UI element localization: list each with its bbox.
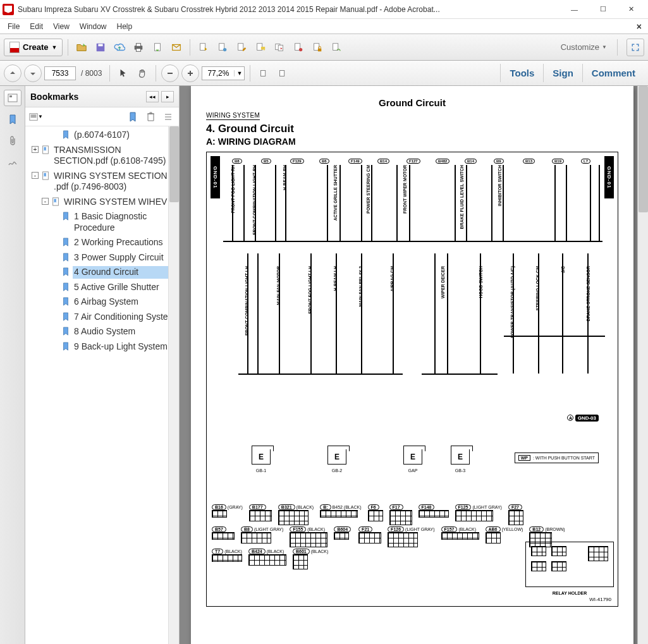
connector-ref: B13: [523, 159, 535, 164]
minimize-button[interactable]: —: [560, 1, 589, 18]
device-label: J/C: [561, 266, 565, 273]
bookmark-label: 8 Audio System: [73, 325, 178, 338]
hand-tool-icon[interactable]: [134, 65, 150, 82]
toolbar-separator: [156, 65, 156, 82]
zoom-in-icon[interactable]: [181, 64, 199, 82]
device-label: MAIN FAN RELAY 2: [358, 266, 363, 307]
collapse-left-icon[interactable]: ◂◂: [146, 91, 159, 102]
bookmark-label: TRANSMISSION SECTION.pdf (p.6108-7495): [52, 144, 178, 167]
toolbar-separator: [190, 39, 190, 56]
zoom-level-input[interactable]: [202, 69, 234, 78]
rotate-ccw-icon[interactable]: [255, 65, 272, 82]
add-comment-icon[interactable]: [252, 39, 269, 56]
create-pdf-button[interactable]: Create ▼: [4, 39, 63, 56]
prev-page-arrow-icon[interactable]: [4, 64, 21, 82]
attachments-rail-icon[interactable]: [4, 133, 21, 149]
email-icon[interactable]: [168, 39, 185, 56]
bookmark-label: 3 Power Supply Circuit: [73, 252, 178, 264]
secure-icon[interactable]: [309, 39, 326, 56]
collapse-right-icon[interactable]: ▸: [161, 91, 174, 102]
zoom-dropdown-icon[interactable]: ▼: [234, 70, 244, 76]
select-tool-icon[interactable]: [115, 65, 131, 82]
customize-toolbar-button[interactable]: Customize ▼: [556, 40, 612, 54]
bookmarks-rail-icon[interactable]: [4, 111, 21, 128]
comment-pane-button[interactable]: Comment: [582, 64, 644, 82]
device-label: BRAKE STROKE SENSOR: [586, 266, 590, 322]
bookmark-item[interactable]: 2 Working Precautions: [28, 235, 179, 250]
menu-file[interactable]: File: [3, 21, 25, 32]
export-pdf-icon[interactable]: [195, 39, 212, 56]
multimedia-icon[interactable]: [290, 39, 307, 56]
scrollbar-thumb[interactable]: [169, 126, 179, 202]
bookmark-item[interactable]: 9 Back-up Light System: [28, 339, 179, 355]
new-bookmark-icon[interactable]: [126, 111, 140, 123]
bookmark-item[interactable]: +TRANSMISSION SECTION.pdf (p.6108-7495): [28, 143, 179, 169]
bookmark-item[interactable]: -WIRING SYSTEM WIHEV: [28, 195, 179, 210]
window-title: Subaru Impreza Subaru XV Crosstrek & Sub…: [18, 5, 560, 14]
edit-text-icon[interactable]: [233, 39, 250, 56]
reading-mode-icon[interactable]: [627, 39, 644, 56]
delete-bookmark-icon[interactable]: [144, 111, 157, 123]
bookmarks-scrollbar[interactable]: [168, 126, 179, 644]
tree-toggle-icon[interactable]: +: [32, 146, 39, 153]
bookmark-item[interactable]: 7 Air Conditioning System: [28, 310, 179, 325]
expand-bookmark-icon[interactable]: [161, 111, 175, 123]
tree-toggle-icon[interactable]: -: [32, 172, 39, 179]
bookmarks-tree[interactable]: (p.6074-6107)+TRANSMISSION SECTION.pdf (…: [25, 126, 179, 644]
sign-pane-button[interactable]: Sign: [543, 64, 582, 82]
bookmark-item[interactable]: 4 Ground Circuit: [28, 265, 179, 280]
customize-label: Customize: [561, 42, 599, 52]
next-page-arrow-icon[interactable]: [24, 64, 42, 82]
zoom-out-icon[interactable]: [161, 64, 179, 82]
scrollbar-thumb[interactable]: [639, 86, 648, 212]
share-file-icon[interactable]: [149, 39, 166, 56]
page-header: Ground Circuit: [206, 97, 618, 108]
device-label: ACTIVE GRILLE SHUTTER: [333, 165, 338, 221]
save-icon[interactable]: [92, 39, 109, 56]
menu-help[interactable]: Help: [112, 21, 138, 32]
print-icon[interactable]: [130, 39, 147, 56]
tools-pane-button[interactable]: Tools: [500, 64, 543, 82]
menu-view[interactable]: View: [48, 21, 75, 32]
connector-ref: B19: [552, 159, 564, 164]
close-window-button[interactable]: ✕: [617, 1, 645, 18]
main-toolbar: Create ▼ Customize ▼: [0, 34, 648, 61]
bookmark-label: 9 Back-up Light System: [73, 341, 178, 353]
thumbnails-rail-icon[interactable]: [4, 90, 21, 106]
document-view[interactable]: Ground Circuit WIRING SYSTEM 4. Ground C…: [180, 86, 648, 644]
maximize-button[interactable]: ☐: [589, 1, 617, 18]
rotate-cw-icon[interactable]: [274, 65, 291, 82]
save-cloud-icon[interactable]: [111, 39, 128, 56]
close-document-button[interactable]: ×: [633, 21, 645, 32]
document-scrollbar[interactable]: [637, 86, 648, 644]
connector-entry: F6: [368, 504, 383, 521]
device-label: INHIBITOR SWITCH: [498, 165, 502, 206]
section-label: WIRING SYSTEM: [206, 112, 260, 120]
svg-rect-28: [31, 116, 37, 118]
svg-rect-17: [318, 48, 321, 51]
combine-files-icon[interactable]: [271, 39, 288, 56]
connector-ref: L7: [581, 159, 590, 164]
ground-e-box: EGB-1: [251, 449, 271, 473]
bookmark-item[interactable]: 5 Active Grille Shutter: [28, 280, 179, 295]
bookmark-item[interactable]: 6 Airbag System: [28, 295, 179, 310]
signatures-rail-icon[interactable]: [4, 154, 21, 171]
bookmark-item[interactable]: (p.6074-6107): [28, 128, 179, 143]
bookmark-label: 1 Basic Diagnostic Procedure: [73, 210, 178, 234]
create-form-icon[interactable]: [214, 39, 231, 56]
bookmark-item[interactable]: 8 Audio System: [28, 324, 179, 339]
sign-doc-icon[interactable]: [328, 39, 345, 56]
menu-window[interactable]: Window: [75, 21, 112, 32]
bookmark-options-icon[interactable]: ▼: [29, 111, 43, 123]
connector-ref: B482: [436, 159, 449, 164]
zoom-level-combo[interactable]: ▼: [202, 66, 245, 80]
tree-toggle-icon[interactable]: -: [42, 198, 49, 205]
menu-edit[interactable]: Edit: [25, 21, 48, 32]
bookmark-item[interactable]: -WIRING SYSTEM SECTION .pdf (p.7496-8003…: [28, 169, 179, 195]
acrobat-app-icon: [3, 4, 14, 15]
bookmark-item[interactable]: 1 Basic Diagnostic Procedure: [28, 209, 179, 235]
open-file-icon[interactable]: [73, 39, 90, 56]
toolbar-separator: [617, 39, 618, 56]
page-number-input[interactable]: [44, 66, 76, 80]
bookmark-item[interactable]: 3 Power Supply Circuit: [28, 250, 179, 265]
